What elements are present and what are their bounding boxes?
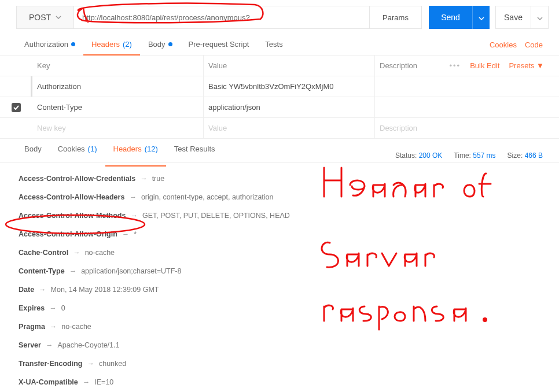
more-icon[interactable]: ••• <box>449 61 461 70</box>
tab-label: Cookies <box>58 145 85 153</box>
response-header-row: Transfer-Encoding→chunked <box>19 360 540 368</box>
presets-dropdown[interactable]: Presets ▼ <box>509 61 544 70</box>
response-header-key: Access-Control-Allow-Origin <box>19 230 117 238</box>
response-header-key: Content-Type <box>19 267 65 275</box>
tab-body[interactable]: Body <box>140 35 181 56</box>
dot-icon <box>71 42 75 46</box>
code-link[interactable]: Code <box>525 40 543 49</box>
header-value-cell[interactable]: application/json <box>204 97 375 117</box>
cookies-link[interactable]: Cookies <box>490 40 517 49</box>
response-header-key: Date <box>19 286 34 294</box>
arrow-right-icon: → <box>49 304 57 312</box>
response-header-value: true <box>152 175 165 183</box>
header-row[interactable]: Authorization Basic YW5vbnltb3VzOmFiY2Qx… <box>0 76 559 97</box>
column-header-value: Value <box>204 56 375 76</box>
tab-label: Headers <box>91 40 120 49</box>
response-header-row: Access-Control-Allow-Methods→GET, POST, … <box>19 212 540 220</box>
response-header-key: Pragma <box>19 323 45 331</box>
send-button[interactable]: Send <box>429 6 472 29</box>
response-header-value: * <box>134 230 137 238</box>
new-key-input[interactable]: New key <box>32 118 204 138</box>
chevron-down-icon <box>479 13 484 22</box>
chevron-down-icon <box>56 16 61 19</box>
response-header-row: X-UA-Compatible→IE=10 <box>19 378 540 386</box>
response-header-value: origin, content-type, accept, authorizat… <box>141 193 274 201</box>
response-header-key: X-UA-Compatible <box>19 378 78 386</box>
response-header-key: Transfer-Encoding <box>19 360 82 368</box>
response-header-key: Access-Control-Allow-Credentials <box>19 175 135 183</box>
bulk-edit-link[interactable]: Bulk Edit <box>470 61 499 70</box>
tab-count: (2) <box>123 40 132 49</box>
tab-count: (1) <box>88 145 97 153</box>
header-key-cell[interactable]: Authorization <box>32 76 204 97</box>
arrow-right-icon: → <box>87 360 94 368</box>
status-meta: Status: 200 OK <box>395 151 442 160</box>
response-header-row: Expires→0 <box>19 304 540 312</box>
response-header-row: Server→Apache-Coyote/1.1 <box>19 341 540 349</box>
response-header-key: Access-Control-Allow-Methods <box>19 212 126 220</box>
response-header-row: Date→Mon, 14 May 2018 12:39:09 GMT <box>19 286 540 294</box>
tab-authorization[interactable]: Authorization <box>16 35 83 56</box>
header-value-cell[interactable]: Basic YW5vbnltb3VzOmFiY2QxMjM0 <box>204 76 375 97</box>
response-tab-body[interactable]: Body <box>16 142 50 167</box>
arrow-right-icon: → <box>130 212 138 220</box>
arrow-right-icon: → <box>46 341 53 349</box>
response-header-row: Access-Control-Allow-Credentials→true <box>19 175 540 183</box>
response-tab-test-results[interactable]: Test Results <box>166 142 223 167</box>
send-dropdown-button[interactable] <box>472 6 490 29</box>
http-method-label: POST <box>29 13 51 22</box>
arrow-right-icon: → <box>129 193 137 201</box>
header-desc-cell[interactable] <box>375 102 559 113</box>
tab-tests[interactable]: Tests <box>257 35 290 56</box>
response-header-key: Server <box>19 341 41 349</box>
response-tab-headers[interactable]: Headers (12) <box>105 142 166 167</box>
arrow-right-icon: → <box>69 267 77 275</box>
response-header-value: no-cache <box>61 323 91 331</box>
response-header-key: Access-Control-Allow-Headers <box>19 193 124 201</box>
arrow-right-icon: → <box>50 323 57 331</box>
response-header-value: IE=10 <box>94 378 113 386</box>
check-icon <box>13 105 19 110</box>
http-method-select[interactable]: POST <box>16 6 74 29</box>
response-tab-cookies[interactable]: Cookies (1) <box>50 142 105 167</box>
time-meta: Time: 557 ms <box>454 151 495 160</box>
arrow-right-icon: → <box>73 249 80 257</box>
header-desc-cell[interactable] <box>375 81 559 93</box>
size-meta: Size: 466 B <box>507 151 543 160</box>
response-header-row: Access-Control-Allow-Origin→* <box>19 230 540 238</box>
column-header-description: Description <box>380 61 417 70</box>
response-header-row: Pragma→no-cache <box>19 323 540 331</box>
new-desc-input[interactable]: Description <box>375 118 559 138</box>
tab-label: Body <box>24 145 42 153</box>
arrow-right-icon: → <box>122 230 130 238</box>
arrow-right-icon: → <box>83 378 90 386</box>
tab-label: Tests <box>265 40 282 49</box>
response-header-value: application/json;charset=UTF-8 <box>81 267 181 275</box>
response-header-key: Expires <box>19 304 45 312</box>
tab-label: Headers <box>113 145 142 153</box>
params-button[interactable]: Params <box>370 6 422 29</box>
tab-label: Authorization <box>24 40 68 49</box>
arrow-right-icon: → <box>39 286 46 294</box>
header-row[interactable]: Content-Type application/json <box>0 97 559 118</box>
tab-label: Pre-request Script <box>189 40 249 49</box>
tab-pre-request-script[interactable]: Pre-request Script <box>181 35 258 56</box>
new-value-input[interactable]: Value <box>204 118 375 138</box>
save-button[interactable]: Save <box>495 6 531 29</box>
response-header-value: 0 <box>61 304 65 312</box>
response-header-value: no-cache <box>85 249 115 257</box>
row-checkbox[interactable] <box>12 103 21 112</box>
response-header-value: Mon, 14 May 2018 12:39:09 GMT <box>51 286 159 294</box>
save-dropdown-button[interactable] <box>531 6 549 29</box>
new-header-row[interactable]: New key Value Description <box>0 118 559 139</box>
response-header-row: Content-Type→application/json;charset=UT… <box>19 267 540 275</box>
header-key-cell[interactable]: Content-Type <box>32 97 204 117</box>
tab-count: (12) <box>145 145 158 153</box>
response-header-value: chunked <box>99 360 126 368</box>
response-header-key: Cache-Control <box>19 249 68 257</box>
dot-icon <box>168 42 172 46</box>
tab-headers[interactable]: Headers (2) <box>83 35 140 56</box>
request-url-input[interactable] <box>74 6 370 29</box>
tab-label: Test Results <box>174 145 215 153</box>
response-header-value: GET, POST, PUT, DELETE, OPTIONS, HEAD <box>142 212 290 220</box>
